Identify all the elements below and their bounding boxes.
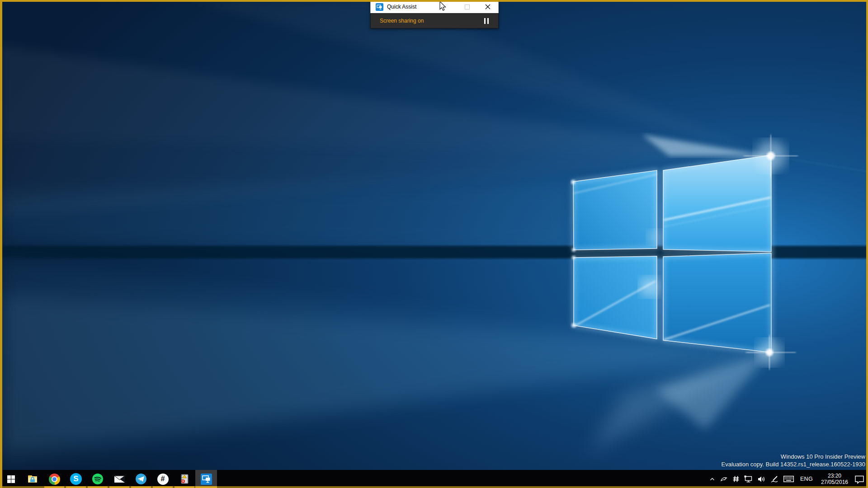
chrome-icon [49,474,60,485]
volume-button[interactable] [755,470,768,488]
mail-button[interactable] [108,470,130,488]
notebook-error-icon [179,473,190,485]
touch-keyboard-icon [783,475,794,483]
pause-sharing-button[interactable] [484,18,489,24]
skype-glyph: S [73,474,78,483]
quick-assist-icon [200,473,212,485]
telegram-button[interactable] [130,470,152,488]
spotify-icon [92,473,104,485]
hash-tray-button[interactable] [730,470,742,488]
quick-assist-window: Quick Assist Screen sharing on [370,0,499,28]
language-indicator[interactable]: ENG [796,470,817,488]
network-ethernet-icon [744,475,753,483]
taskbar: S [0,470,868,488]
running-indicator [131,486,151,488]
running-indicator [44,486,64,488]
insider-watermark: Windows 10 Pro Insider Preview Evaluatio… [722,453,866,468]
envelope-icon [113,473,126,485]
clock[interactable]: 23:20 27/05/2016 [817,470,852,488]
bird-tray-button[interactable] [718,470,730,488]
skype-button[interactable]: S [65,470,87,488]
maximize-button[interactable] [457,0,477,13]
running-indicator [175,486,194,488]
taskbar-app-buttons: S [0,470,217,488]
clock-date: 27/05/2016 [821,479,848,485]
hash-tray-icon [732,475,740,483]
system-tray: ENG 23:20 27/05/2016 [707,470,867,488]
screen-sharing-status: Screen sharing on [380,18,424,24]
bird-tray-icon [720,475,728,483]
skype-icon: S [70,473,82,485]
windows-ink-pen-icon [770,475,779,483]
folder-icon [27,473,38,485]
quick-assist-icon [376,3,383,11]
mouse-cursor [439,1,448,12]
window-title: Quick Assist [387,4,416,10]
running-indicator [195,486,217,488]
quick-assist-taskbar-button[interactable] [195,470,217,488]
running-indicator [153,486,173,488]
titlebar[interactable]: Quick Assist [370,0,499,13]
chrome-button[interactable] [43,470,65,488]
maximize-icon [465,5,470,9]
windows-logo-icon [7,475,15,483]
notebook-app-button[interactable] [174,470,195,488]
screen-sharing-banner: Screen sharing on [370,13,499,28]
volume-icon [757,475,766,483]
windows-ink-button[interactable] [768,470,781,488]
show-hidden-icons-button[interactable] [707,470,718,488]
watermark-line-1: Windows 10 Pro Insider Preview [722,453,866,460]
wallpaper-hero-image [0,0,868,470]
telegram-icon [135,473,147,485]
file-explorer-button[interactable] [22,470,43,488]
spotify-button[interactable] [87,470,108,488]
hash-circle-icon: # [157,474,169,485]
running-indicator [88,486,108,488]
chevron-up-icon [709,476,716,483]
network-button[interactable] [742,470,755,488]
clock-time: 23:20 [821,473,848,479]
desktop-screen: Windows 10 Pro Insider Preview Evaluatio… [0,0,868,488]
touch-keyboard-button[interactable] [781,470,796,488]
running-indicator [66,486,86,488]
running-indicator [109,486,129,488]
hash-glyph: # [161,475,165,483]
close-button[interactable] [477,0,498,13]
watermark-line-2: Evaluation copy. Build 14352.rs1_release… [722,460,866,468]
action-center-button[interactable] [852,470,867,488]
close-icon [485,4,491,9]
start-button[interactable] [0,470,22,488]
action-center-icon [854,474,864,484]
slack-button[interactable]: # [152,470,174,488]
